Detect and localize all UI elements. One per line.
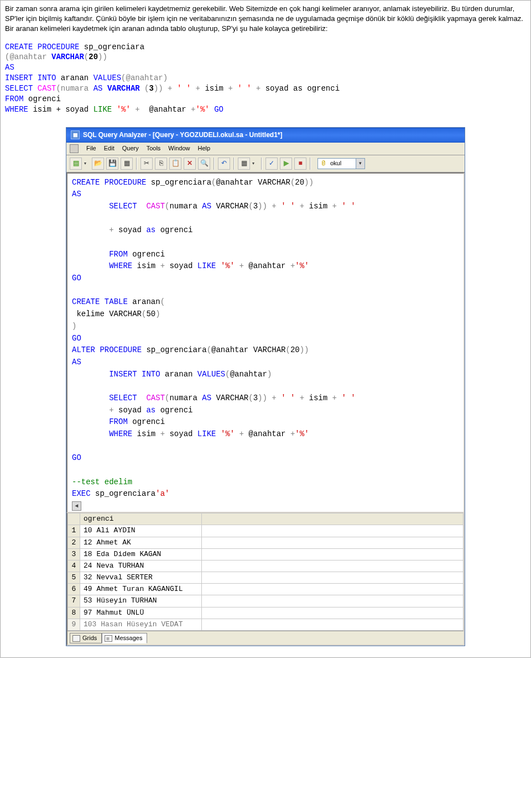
col-isim: isim: [205, 84, 223, 93]
mdi-icon[interactable]: [70, 144, 79, 153]
table-row[interactable]: 424 Neva TURHAN: [68, 560, 464, 572]
p3o: (: [140, 84, 149, 93]
ed-t: VALUES: [197, 370, 225, 379]
copy-button[interactable]: ⎘: [155, 158, 167, 170]
ed-t: LIKE: [197, 429, 221, 438]
table-row[interactable]: 649 Ahmet Turan KAGANGIL: [68, 584, 464, 595]
ed-t: aranan: [128, 297, 160, 306]
find-button[interactable]: 🔍: [198, 158, 210, 170]
q2: ' ': [237, 84, 251, 93]
execute-mode-dropdown[interactable]: ▾: [252, 160, 258, 166]
tbl-aranan: aranan: [56, 74, 93, 82]
cell-rest: [202, 525, 464, 537]
cell-rest: [202, 560, 464, 572]
database-dropdown-arrow[interactable]: ▾: [356, 159, 365, 169]
p20o: (: [84, 53, 88, 61]
clear-button[interactable]: ✕: [184, 158, 196, 170]
ed-t: +: [295, 394, 309, 402]
help-menu[interactable]: Help: [197, 144, 210, 153]
table-row[interactable]: 110 Ali AYDIN: [68, 525, 464, 537]
ed-t: +: [160, 429, 165, 438]
query-menu[interactable]: Query: [122, 144, 139, 153]
parse-button[interactable]: ✓: [266, 158, 278, 170]
grids-tab[interactable]: Grids: [70, 633, 102, 643]
plus5: +: [131, 105, 144, 114]
ed-t: @anahtar VARCHAR: [216, 178, 290, 187]
ed-t: ogrenci: [155, 226, 192, 234]
ed-t: soyad: [118, 226, 146, 234]
cut-button[interactable]: ✂: [140, 158, 153, 170]
kw-select: SELECT: [5, 84, 33, 93]
tools-menu[interactable]: Tools: [147, 144, 161, 153]
table-row[interactable]: 9103 Hasan Hüseyin VEDAT: [68, 619, 464, 630]
window-title: SQL Query Analyzer - [Query - YGOZUDELI.…: [83, 130, 283, 140]
ed-t: VARCHAR: [211, 202, 248, 211]
new-query-dropdown[interactable]: ▾: [84, 160, 90, 166]
ed-t: CAST: [146, 202, 165, 211]
open-button[interactable]: 📂: [92, 158, 104, 170]
ed-t: numara: [169, 394, 202, 402]
edit-menu[interactable]: Edit: [104, 144, 114, 153]
plus6: +: [191, 105, 195, 114]
cancel-button[interactable]: ■: [294, 158, 306, 170]
toolbar-separator-4: [261, 158, 262, 170]
ed-t: (: [285, 345, 290, 354]
ed-t: +: [235, 261, 248, 270]
ed-t: GO: [72, 274, 81, 282]
execute-button[interactable]: ▶: [280, 158, 292, 170]
ed-t: +: [295, 202, 309, 211]
ed-t: ' ': [281, 394, 295, 402]
window-menu[interactable]: Window: [168, 144, 190, 153]
table-row[interactable]: 897 Mahmut ÜNLÜ: [68, 607, 464, 619]
scroll-left-button[interactable]: ◄: [72, 501, 81, 511]
cell-rest: [202, 537, 464, 548]
sql-editor[interactable]: CREATE PROCEDURE sp_ogrenciara(@anahtar …: [66, 172, 465, 514]
kw-create: CREATE: [5, 43, 33, 51]
ed-t: CREATE: [72, 297, 100, 306]
table-row[interactable]: 318 Eda Didem KAGAN: [68, 548, 464, 560]
num-20: 20: [88, 53, 98, 61]
save-results-button[interactable]: ▦: [121, 158, 133, 170]
ed-t: +: [267, 202, 281, 211]
file-menu[interactable]: File: [86, 144, 96, 153]
menubar: File Edit Query Tools Window Help: [66, 143, 465, 155]
results-grid[interactable]: ogrenci 110 Ali AYDIN 212 Ahmet AK 318 E…: [67, 513, 464, 631]
database-selector[interactable]: 🛢 okul ▾: [317, 158, 365, 169]
messages-tab[interactable]: Messages: [102, 633, 147, 643]
ed-t: (: [160, 297, 165, 306]
ed-t: VARCHAR: [211, 394, 248, 402]
kw-procedure: PROCEDURE: [38, 43, 80, 51]
cell: 24 Neva TURHAN: [80, 560, 202, 572]
row-number: 8: [68, 607, 80, 619]
ed-t: ' ': [341, 394, 355, 402]
cell: 10 Ali AYDIN: [80, 525, 202, 537]
table-row[interactable]: 753 Hüseyin TURHAN: [68, 595, 464, 607]
table-row[interactable]: 212 Ahmet AK: [68, 537, 464, 548]
ed-t: TABLE: [100, 297, 127, 306]
ed-t: INSERT: [72, 370, 137, 379]
sp-name: sp_ogrenciara: [79, 43, 144, 51]
database-icon: 🛢: [318, 159, 328, 169]
cell-rest: [202, 584, 464, 595]
paste-button[interactable]: 📋: [169, 158, 181, 170]
ed-t: SELECT: [72, 202, 146, 211]
ed-t: AS: [72, 190, 81, 198]
undo-button[interactable]: ↶: [218, 158, 230, 170]
ed-t: isim: [309, 394, 332, 402]
ed-t: FROM: [72, 250, 128, 259]
values-arg: (@anahtar): [121, 74, 168, 82]
ed-t: ogrenci: [128, 250, 165, 259]
num-3: 3: [149, 84, 154, 93]
column-header[interactable]: ogrenci: [80, 514, 202, 525]
ed-t: @anahtar: [248, 429, 290, 438]
row-number: 9: [68, 619, 80, 630]
messages-icon: [105, 635, 112, 642]
kw-like: LIKE: [93, 105, 112, 114]
toolbar-separator-3: [233, 158, 235, 170]
new-query-button[interactable]: ▤: [70, 158, 82, 170]
kw-insert: INSERT: [5, 74, 33, 82]
save-button[interactable]: 💾: [106, 158, 118, 170]
ed-t: 50: [146, 310, 155, 318]
table-row[interactable]: 532 Nevval SERTER: [68, 572, 464, 584]
execute-mode-button[interactable]: ▦: [238, 158, 250, 170]
